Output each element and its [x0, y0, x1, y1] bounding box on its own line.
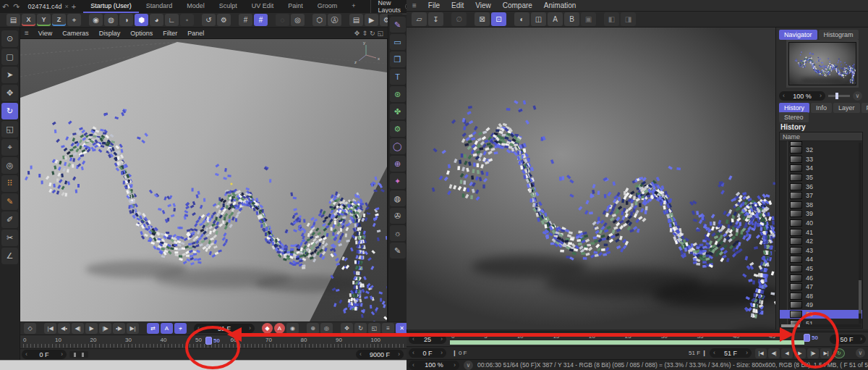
record-parameter-icon[interactable]: ≡ — [382, 323, 394, 334]
shading-gouraud-icon[interactable]: ◉ — [89, 14, 103, 26]
rotate-view-icon[interactable]: ↻ — [370, 30, 375, 37]
modeling-settings-icon[interactable]: ⬡ — [312, 14, 326, 26]
history-horizontal-scrollbar[interactable] — [781, 324, 861, 327]
layout-tab[interactable]: Startup (User) — [83, 1, 139, 13]
keyframe-selection-icon[interactable]: ◉ — [286, 323, 299, 334]
goto-end-icon[interactable]: ▶| — [820, 348, 832, 358]
record-rotation-icon[interactable]: ↻ — [354, 323, 367, 334]
chevron-down-icon[interactable]: ∨ — [856, 348, 865, 358]
timeline-scrubber[interactable]: 50 — [205, 337, 220, 345]
spline-pen-icon[interactable]: ✎ — [390, 17, 406, 33]
spline-rectangle-icon[interactable]: ▭ — [390, 34, 406, 50]
pan-view-icon[interactable]: ✥ — [354, 30, 360, 37]
play-reverse-icon[interactable]: ◀ — [781, 348, 793, 358]
increment-icon[interactable]: › — [398, 351, 400, 358]
mute-sound-icon[interactable]: ♪ — [174, 323, 187, 334]
play-icon[interactable]: ▶ — [85, 323, 98, 334]
snap-grid-icon[interactable]: # — [254, 14, 268, 26]
increment-icon[interactable]: › — [860, 336, 862, 342]
shading-box-icon[interactable]: ▪ — [180, 14, 194, 26]
light-icon[interactable]: ☼ — [390, 225, 406, 241]
pv-range-start-field[interactable]: ‹ 0 F › — [409, 348, 446, 358]
lock-y-axis-icon[interactable]: Y — [37, 14, 51, 26]
loop-playback-icon[interactable]: ⇄ — [147, 323, 159, 334]
goto-start-icon[interactable]: |◀ — [44, 323, 56, 334]
panel-tab[interactable]: Info — [811, 103, 832, 113]
history-item[interactable]: 38 — [780, 201, 862, 210]
history-item[interactable]: 41 — [780, 227, 862, 237]
layout-tab[interactable]: UV Edit — [244, 1, 281, 13]
workplane-grid-icon[interactable]: # — [239, 14, 252, 26]
lock-x-axis-icon[interactable]: X — [22, 14, 35, 26]
history-vertical-scrollbar[interactable] — [859, 143, 861, 324]
play-icon[interactable]: ▶ — [794, 348, 806, 358]
document-tab[interactable]: 024741.c4d — [27, 3, 61, 10]
navigator-thumbnail[interactable] — [788, 42, 856, 85]
viewport-menu-item[interactable]: View — [33, 30, 57, 37]
chevron-down-icon[interactable]: ∨ — [853, 91, 862, 101]
history-item[interactable]: 33 — [780, 155, 862, 164]
frame-fit-icon[interactable]: ⊡ — [491, 12, 506, 26]
panel-tab[interactable]: Stereo — [779, 112, 809, 122]
nav-zoom-field[interactable]: ‹ 100 % › — [779, 91, 825, 101]
history-item[interactable]: 46 — [780, 273, 862, 282]
zoom-tool-icon[interactable]: ⊙ — [1, 30, 18, 47]
keyframe-diamond-icon[interactable]: ◇ — [24, 323, 36, 334]
history-item[interactable]: 43 — [780, 246, 862, 256]
history-item[interactable]: 51 — [780, 319, 862, 324]
menu-item[interactable]: Animation — [538, 1, 582, 9]
status-zoom-field[interactable]: ‹ 100 % › — [409, 361, 459, 370]
pv-timeline-scrubber[interactable]: 50 — [804, 334, 818, 342]
increment-icon[interactable]: › — [249, 325, 251, 332]
record-scale-icon[interactable]: ◱ — [368, 323, 380, 334]
timeline-scrollbar[interactable] — [69, 351, 88, 358]
knife-tool-icon[interactable]: ✂ — [1, 230, 18, 246]
viewport-menu-item[interactable]: Panel — [182, 30, 209, 37]
prev-layer-icon[interactable]: ◧ — [604, 12, 619, 26]
history-item[interactable]: 36 — [780, 182, 862, 191]
compare-ab-icon[interactable]: ◐ — [514, 12, 529, 26]
history-item[interactable]: 40 — [780, 219, 862, 228]
menu-item[interactable]: View — [469, 1, 497, 9]
loop-playback-icon[interactable]: ↻ — [833, 348, 845, 358]
open-file-icon[interactable]: ▱ — [412, 12, 427, 26]
render-picture-viewer-icon[interactable]: ▶ — [365, 14, 378, 26]
menu-item[interactable]: Edit — [446, 1, 469, 9]
increment-icon[interactable]: › — [441, 336, 443, 342]
undo-icon[interactable]: ↶ — [0, 2, 11, 12]
next-layer-icon[interactable]: ◨ — [621, 12, 636, 26]
scale-tool-icon[interactable]: ◱ — [1, 121, 18, 138]
panel-tab[interactable]: Filter — [861, 103, 868, 113]
layout-tab[interactable]: Standard — [139, 1, 180, 13]
increment-icon[interactable]: › — [61, 351, 63, 358]
layout-tab[interactable]: Groom — [310, 1, 345, 13]
layout-tab[interactable]: Paint — [281, 1, 310, 13]
material-pen-icon[interactable]: ✎ — [390, 243, 406, 258]
next-key-icon[interactable]: •▶ — [113, 323, 125, 334]
viewport-menu-item[interactable]: Cameras — [57, 30, 94, 37]
text-primitive-icon[interactable]: T — [390, 69, 406, 85]
set-a-image-icon[interactable]: A — [548, 12, 563, 26]
viewport-menu-item[interactable]: Options — [125, 30, 158, 37]
swap-ab-icon[interactable]: ◫ — [531, 12, 546, 26]
layout-tab[interactable]: Model — [179, 1, 212, 13]
goto-end-icon[interactable]: ▶| — [127, 323, 139, 334]
viewport-burger-icon[interactable]: ≡ — [20, 29, 33, 37]
prev-frame-icon[interactable]: ◀| — [768, 348, 780, 358]
pv-current-frame-field[interactable]: ‹ 51 F › — [710, 348, 752, 358]
live-selection-tool-icon[interactable]: ▢ — [1, 49, 18, 65]
range-start-marker[interactable]: ❙ 0 F — [452, 350, 467, 356]
stop-render-icon[interactable]: ∅ — [451, 12, 467, 26]
history-item[interactable]: 32 — [780, 146, 862, 155]
increment-icon[interactable]: › — [454, 362, 456, 369]
pv-timeline-ruler[interactable]: ‹ 25 › 051015202530354045 50 50 F › — [407, 332, 868, 346]
pv-end-frame-field[interactable]: 50 F › — [830, 335, 866, 344]
snap-disabled-icon[interactable]: ◌ — [276, 14, 289, 26]
close-document-icon[interactable]: × — [64, 3, 68, 10]
range-end-marker[interactable]: 51 F ❙ — [689, 350, 707, 356]
panel-tab[interactable]: Layer — [833, 103, 860, 113]
panel-tab[interactable]: History — [779, 103, 809, 113]
record-active-objects-icon[interactable]: ⊕ — [307, 323, 319, 334]
history-tool-icon[interactable]: ◎ — [1, 157, 18, 174]
menu-burger-icon[interactable]: ≡ — [407, 1, 422, 9]
